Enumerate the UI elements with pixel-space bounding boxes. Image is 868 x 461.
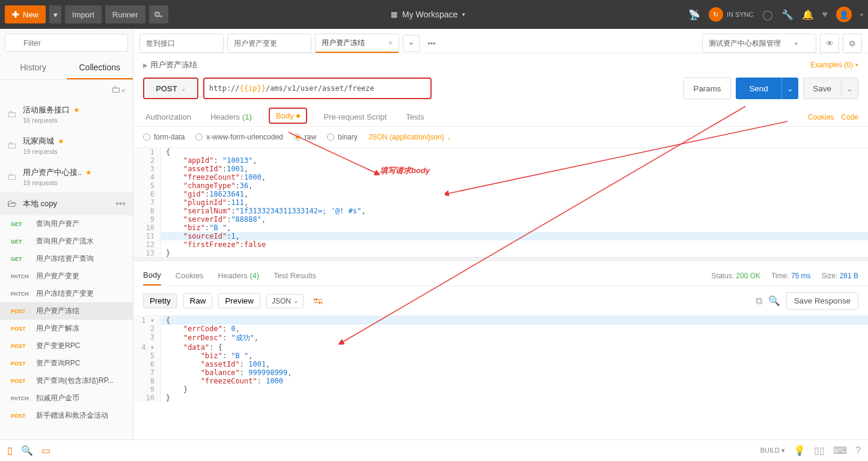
subtab-body[interactable]: Body bbox=[269, 108, 307, 124]
radio-binary[interactable]: binary bbox=[327, 133, 358, 141]
method-badge: PATCH bbox=[11, 273, 31, 279]
tab-label: 用户资产变更 bbox=[234, 38, 277, 49]
satellite-icon[interactable]: 📡 bbox=[688, 9, 700, 20]
bell-icon[interactable]: 🔔 bbox=[802, 9, 814, 20]
build-mode[interactable]: BUILD ▾ bbox=[760, 447, 785, 454]
dirty-dot-icon bbox=[296, 114, 300, 118]
code-line: 3 "assetId":1001, bbox=[133, 165, 868, 173]
fmt-raw[interactable]: Raw bbox=[183, 293, 213, 308]
sidebar-toggle-icon[interactable]: ▯ bbox=[7, 445, 13, 456]
heart-icon[interactable]: ♥ bbox=[822, 9, 828, 20]
request-item[interactable]: GET查询用户资产 bbox=[0, 215, 133, 233]
find-icon[interactable]: 🔍 bbox=[21, 445, 33, 456]
request-item[interactable]: GET用户冻结资产查询 bbox=[0, 250, 133, 267]
request-item[interactable]: POST用户资产解冻 bbox=[0, 320, 133, 337]
new-folder-icon[interactable]: 🗀₊ bbox=[111, 84, 126, 95]
tab-more-button[interactable]: ••• bbox=[423, 35, 440, 52]
request-item[interactable]: POST资产查询RPC bbox=[0, 355, 133, 372]
request-item[interactable]: PATCH用户冻结资产变更 bbox=[0, 285, 133, 302]
fmt-preview[interactable]: Preview bbox=[218, 293, 260, 308]
save-caret[interactable]: ⌄ bbox=[842, 78, 858, 99]
avatar-caret[interactable]: ▾ bbox=[860, 11, 863, 18]
cookies-link[interactable]: Cookies bbox=[808, 113, 834, 121]
examples-dropdown[interactable]: Examples (0) ▾ bbox=[810, 61, 858, 69]
star-icon: ★ bbox=[73, 106, 80, 114]
collection-item[interactable]: 🗀 活动服务接口★ 16 requests bbox=[0, 99, 133, 130]
fmt-json-dropdown[interactable]: JSON ⌄ bbox=[266, 294, 304, 308]
new-button[interactable]: ✚ New bbox=[5, 5, 46, 23]
request-name: 资产查询RPC bbox=[36, 358, 80, 368]
new-caret[interactable]: ▾ bbox=[49, 5, 61, 23]
import-button[interactable]: Import bbox=[65, 5, 102, 23]
subtab-prerequest[interactable]: Pre-request Script bbox=[322, 108, 390, 126]
subtab-tests[interactable]: Tests bbox=[403, 108, 426, 126]
workspace-selector[interactable]: ▦ My Workspace ▾ bbox=[168, 10, 688, 19]
radio-raw[interactable]: raw bbox=[294, 133, 316, 141]
collection-item[interactable]: 🗀 用户资产中心接..★ 19 requests bbox=[0, 161, 133, 192]
resp-tab-tests[interactable]: Test Results bbox=[274, 266, 316, 285]
subtab-headers[interactable]: Headers (1) bbox=[208, 108, 254, 126]
url-input[interactable]: http://{{ip}}/ams/v1/user/asset/freeze bbox=[203, 78, 432, 99]
tab-add-button[interactable]: + bbox=[403, 35, 420, 52]
params-button[interactable]: Params bbox=[683, 78, 732, 99]
collection-item-open[interactable]: 🗁 本地 copy ••• bbox=[0, 192, 133, 215]
search-icon[interactable]: 🔍 bbox=[768, 295, 780, 307]
code-link[interactable]: Code bbox=[841, 113, 858, 121]
sync-status[interactable]: ↻ IN SYNC bbox=[709, 7, 754, 22]
two-pane-icon[interactable]: ▯▯ bbox=[814, 445, 825, 456]
avatar[interactable]: 👤 bbox=[836, 7, 852, 22]
collection-item[interactable]: 🗀 玩家商城★ 19 requests bbox=[0, 130, 133, 161]
keyboard-icon[interactable]: ⌨ bbox=[833, 445, 847, 456]
env-manage-button[interactable]: ⚙ bbox=[843, 34, 862, 53]
fmt-pretty[interactable]: Pretty bbox=[143, 293, 177, 308]
response-body-viewer[interactable]: 1 ▾{2 "errCode": 0,3 "errDesc": "成功",4 ▾… bbox=[133, 316, 868, 439]
console-icon[interactable]: ▭ bbox=[41, 445, 50, 456]
send-caret[interactable]: ⌄ bbox=[781, 78, 798, 99]
resp-tab-cookies[interactable]: Cookies bbox=[176, 266, 204, 285]
bulb-icon[interactable]: 💡 bbox=[793, 445, 805, 456]
wrench-icon[interactable]: 🔧 bbox=[781, 9, 793, 20]
request-item[interactable]: POST资产查询(包含冻结)RP... bbox=[0, 372, 133, 389]
close-icon[interactable]: × bbox=[388, 39, 393, 47]
radio-formdata[interactable]: form-data bbox=[143, 133, 185, 141]
request-tab[interactable]: 签到接口 bbox=[139, 34, 224, 53]
request-item[interactable]: GET查询用户资产流水 bbox=[0, 233, 133, 250]
tab-collections[interactable]: Collections bbox=[67, 56, 133, 79]
copy-icon[interactable]: ⧉ bbox=[756, 296, 762, 307]
request-item[interactable]: PATCH扣减用户金币 bbox=[0, 389, 133, 407]
environment-name: 测试资产中心权限管理 bbox=[709, 38, 781, 49]
new-window-button[interactable]: ⧉₊ bbox=[149, 5, 168, 23]
help-icon[interactable]: ? bbox=[855, 445, 861, 456]
resp-tab-body[interactable]: Body bbox=[143, 266, 161, 285]
body-content-type[interactable]: JSON (application/json) ⌄ bbox=[368, 133, 451, 141]
request-item[interactable]: POST新手赠送和救济金活动 bbox=[0, 407, 133, 424]
code-line: 6 "assetId": 1001, bbox=[133, 360, 868, 368]
wrap-icon[interactable]: ⭾ bbox=[310, 295, 326, 308]
more-icon[interactable]: ••• bbox=[115, 198, 126, 209]
runner-button[interactable]: Runner bbox=[105, 5, 145, 23]
request-item[interactable]: PATCH用户资产变更 bbox=[0, 267, 133, 285]
request-item[interactable]: POST资产变更RPC bbox=[0, 337, 133, 355]
window-plus-icon: ⧉₊ bbox=[154, 10, 162, 19]
request-subtabs: Authorization Headers (1) Body Pre-reque… bbox=[133, 104, 868, 127]
send-button[interactable]: Send bbox=[736, 78, 781, 99]
chevron-down-icon: ⌄ bbox=[447, 134, 451, 141]
request-item[interactable]: POST用户资产冻结 bbox=[0, 302, 133, 320]
env-preview-button[interactable]: 👁 bbox=[820, 34, 839, 53]
gear-icon: ⚙ bbox=[849, 39, 856, 48]
save-response-button[interactable]: Save Response bbox=[786, 292, 858, 310]
tab-history[interactable]: History bbox=[0, 56, 67, 79]
response-tabs: Body Cookies Headers (4) Test Results St… bbox=[133, 261, 868, 286]
new-collection-row: 🗀₊ bbox=[0, 80, 133, 99]
request-tab[interactable]: 用户资产变更 bbox=[227, 34, 311, 53]
filter-input[interactable] bbox=[5, 34, 128, 52]
save-button[interactable]: Save bbox=[803, 78, 842, 99]
radio-xwww[interactable]: x-www-form-urlencoded bbox=[195, 133, 283, 141]
method-select[interactable]: POST ⌄ bbox=[143, 78, 198, 99]
environment-select[interactable]: 测试资产中心权限管理 ▾ bbox=[702, 34, 816, 53]
resp-tab-headers[interactable]: Headers (4) bbox=[218, 266, 260, 285]
request-body-editor[interactable]: 1{2 "appId": "10013",3 "assetId":1001,4 … bbox=[133, 147, 868, 257]
capture-icon[interactable]: ◯ bbox=[762, 9, 773, 20]
subtab-authorization[interactable]: Authorization bbox=[143, 108, 194, 126]
request-tab[interactable]: 用户资产冻结× bbox=[315, 34, 399, 53]
